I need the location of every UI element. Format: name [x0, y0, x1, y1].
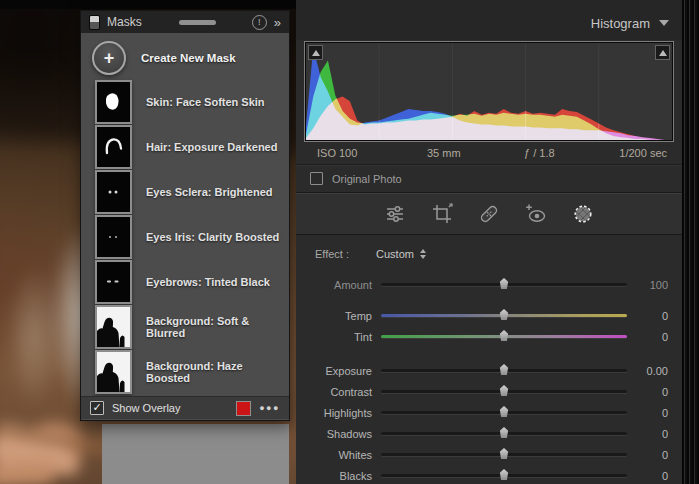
shutter-speed-value: 1/200 sec	[619, 147, 667, 159]
slider-value: 0	[638, 310, 668, 322]
masks-panel: Masks ! » + Create New Mask Skin: Face S…	[80, 10, 290, 421]
overlay-color-swatch[interactable]	[236, 401, 251, 416]
silhouette-mask-icon	[95, 350, 132, 394]
highlights-slider-track[interactable]	[381, 411, 627, 414]
slider-value: 0	[638, 428, 668, 440]
create-new-mask-button[interactable]: + Create New Mask	[81, 33, 289, 79]
masks-panel-header[interactable]: Masks ! »	[81, 11, 289, 33]
mask-list-item[interactable]: Eyes Iris: Clarity Boosted	[81, 214, 289, 259]
slider-value: 0	[638, 386, 668, 398]
blacks-slider-track[interactable]	[381, 474, 627, 477]
dashes-mask-icon	[95, 260, 132, 304]
shadows-slider-track[interactable]	[381, 432, 627, 435]
exposure-slider-thumb[interactable]	[499, 364, 510, 375]
whites-slider-track[interactable]	[381, 453, 627, 456]
slider-row-highlights: Highlights0	[296, 402, 682, 423]
panel-edge-grip[interactable]	[682, 0, 699, 484]
slider-row-amount: Amount100	[296, 274, 682, 295]
mask-list-item[interactable]: Eyes Sclera: Brightened	[81, 169, 289, 214]
edit-sliders-tool-icon[interactable]	[382, 201, 408, 227]
slider-label: Amount	[296, 279, 381, 291]
aperture-value: ƒ / 1.8	[524, 147, 619, 159]
dots-tiny-mask-icon	[95, 215, 132, 259]
mask-item-label: Background: Soft & Blurred	[146, 315, 289, 339]
temp-slider-thumb[interactable]	[499, 309, 510, 320]
updown-arrows-icon	[420, 249, 426, 259]
highlight-clipping-indicator[interactable]	[655, 45, 670, 60]
collapse-panel-icon[interactable]: »	[274, 16, 281, 29]
amount-slider-thumb[interactable]	[499, 278, 510, 289]
photo-gray-area	[102, 424, 289, 484]
slider-row-temp: Temp0	[296, 305, 682, 326]
histogram-display[interactable]	[305, 42, 673, 141]
blacks-slider-thumb[interactable]	[499, 469, 510, 480]
whites-slider-thumb[interactable]	[499, 448, 510, 459]
face-mask-icon	[95, 80, 132, 124]
slider-value: 0	[638, 449, 668, 461]
iso-value: ISO 100	[317, 147, 427, 159]
slider-value: 0	[638, 470, 668, 482]
temp-slider-track[interactable]	[381, 314, 627, 317]
effect-preset-dropdown[interactable]: Custom	[376, 248, 426, 260]
mask-item-label: Eyes Iris: Clarity Boosted	[146, 231, 279, 243]
original-photo-row: Original Photo	[296, 164, 682, 193]
red-eye-tool-icon[interactable]	[523, 201, 549, 227]
show-overlay-row: ✓ Show Overlay ●●●	[81, 396, 289, 419]
help-icon[interactable]: !	[252, 15, 267, 30]
shadow-clipping-indicator[interactable]	[308, 45, 323, 60]
dots-small-mask-icon	[95, 170, 132, 214]
panel-drag-handle[interactable]	[179, 20, 216, 25]
mask-item-label: Skin: Face Soften Skin	[146, 96, 265, 108]
masks-panel-title: Masks	[107, 15, 142, 29]
mask-item-label: Eyes Sclera: Brightened	[146, 186, 273, 198]
effect-label: Effect :	[315, 248, 349, 260]
slider-row-shadows: Shadows0	[296, 423, 682, 444]
highlights-slider-thumb[interactable]	[499, 406, 510, 417]
lightroom-develop-screenshot: Masks ! » + Create New Mask Skin: Face S…	[0, 0, 699, 484]
shadows-slider-thumb[interactable]	[499, 427, 510, 438]
slider-label: Blacks	[296, 470, 381, 482]
tint-slider-track[interactable]	[381, 335, 627, 338]
tint-slider-thumb[interactable]	[499, 330, 510, 341]
slider-value: 100	[638, 279, 668, 291]
chevron-down-icon	[659, 20, 669, 26]
amount-slider-track[interactable]	[381, 283, 627, 286]
histogram-panel-header[interactable]: Histogram	[296, 0, 682, 40]
show-overlay-checkbox[interactable]: ✓	[90, 401, 104, 415]
slider-label: Temp	[296, 310, 381, 322]
sliders-group: Amount100Temp0Tint0Exposure0.00Contrast0…	[296, 274, 682, 484]
original-photo-checkbox[interactable]	[310, 172, 323, 185]
blue-channel-histogram	[306, 48, 672, 140]
mask-list-item[interactable]: Background: Haze Boosted	[81, 349, 289, 394]
slider-value: 0	[638, 331, 668, 343]
mask-item-label: Hair: Exposure Darkened	[146, 141, 277, 153]
mask-list-item[interactable]: Eyebrows: Tinted Black	[81, 259, 289, 304]
slider-label: Whites	[296, 449, 381, 461]
exif-info-row: ISO 100 35 mm ƒ / 1.8 1/200 sec	[296, 141, 682, 164]
contrast-slider-thumb[interactable]	[499, 385, 510, 396]
focal-length-value: 35 mm	[427, 147, 524, 159]
exposure-slider-track[interactable]	[381, 369, 627, 372]
slider-row-blacks: Blacks0	[296, 465, 682, 484]
slider-row-exposure: Exposure0.00	[296, 360, 682, 381]
canvas-top-edge	[0, 0, 296, 9]
mask-list-item[interactable]: Skin: Face Soften Skin	[81, 79, 289, 124]
healing-tool-icon[interactable]	[476, 201, 502, 227]
slider-value: 0	[638, 407, 668, 419]
effect-row: Effect : Custom	[296, 245, 682, 263]
histogram-title: Histogram	[591, 16, 650, 31]
effect-preset-value: Custom	[376, 248, 414, 260]
slider-label: Contrast	[296, 386, 381, 398]
overlay-options-icon[interactable]: ●●●	[259, 403, 280, 413]
mask-list-item[interactable]: Background: Soft & Blurred	[81, 304, 289, 349]
develop-right-panel: Histogram ISO 100 35 mm ƒ / 1.8 1/200 se…	[296, 0, 682, 484]
masks-list: Skin: Face Soften SkinHair: Exposure Dar…	[81, 79, 289, 394]
plus-icon: +	[92, 41, 126, 75]
masks-panel-icon	[89, 15, 100, 30]
slider-label: Shadows	[296, 428, 381, 440]
crop-overlay-tool-icon[interactable]	[429, 201, 455, 227]
masking-tool-icon[interactable]	[570, 201, 596, 227]
contrast-slider-track[interactable]	[381, 390, 627, 393]
mask-list-item[interactable]: Hair: Exposure Darkened	[81, 124, 289, 169]
masks-panel-body: + Create New Mask Skin: Face Soften Skin…	[81, 33, 289, 419]
